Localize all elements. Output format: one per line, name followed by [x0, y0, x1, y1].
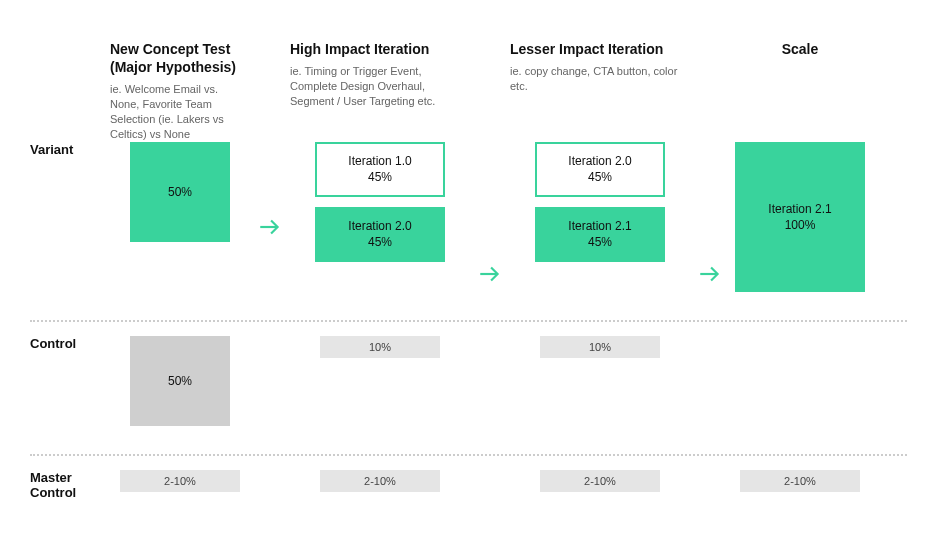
master-bar: 2-10% [540, 470, 660, 492]
row-label-control: Control [30, 336, 110, 351]
row-label-variant: Variant [30, 142, 110, 157]
variant-c1: 50% [110, 142, 250, 242]
pct-label: 10% [589, 341, 611, 353]
control-row: Control 50% 10% 10% [30, 336, 907, 446]
iteration-box-solid: Iteration 2.0 45% [315, 207, 445, 262]
control-box-50: 50% [130, 336, 230, 426]
row-label-master: Master Control [30, 470, 110, 501]
iteration-box-outline: Iteration 1.0 45% [315, 142, 445, 197]
master-bar: 2-10% [320, 470, 440, 492]
master-control-row: Master Control 2-10% 2-10% 2-10% 2-10% [30, 470, 907, 520]
control-c1: 50% [110, 336, 250, 426]
control-bar: 10% [320, 336, 440, 358]
header-row: New Concept Test (Major Hypothesis) ie. … [30, 40, 907, 142]
iteration-box-outline: Iteration 2.0 45% [535, 142, 665, 197]
control-c3: 10% [510, 336, 690, 358]
iteration-name: Iteration 2.1 [768, 202, 831, 216]
col-subtitle: ie. Welcome Email vs. None, Favorite Tea… [110, 82, 250, 141]
col-header-lesser-impact: Lesser Impact Iteration ie. copy change,… [510, 40, 690, 135]
col-header-new-concept: New Concept Test (Major Hypothesis) ie. … [110, 40, 250, 142]
diagram-root: New Concept Test (Major Hypothesis) ie. … [0, 0, 937, 540]
variant-row: Variant 50% Iteration 1.0 45% Iteration … [30, 142, 907, 312]
col-title: Lesser Impact Iteration [510, 40, 690, 58]
iteration-name: Iteration 2.0 [348, 219, 411, 233]
pct-label: 50% [168, 185, 192, 199]
col-header-scale: Scale [730, 40, 870, 135]
pct-label: 100% [785, 218, 816, 232]
arrow-icon [250, 142, 290, 312]
pct-label: 2-10% [584, 475, 616, 487]
pct-label: 2-10% [784, 475, 816, 487]
variant-box-50: 50% [130, 142, 230, 242]
pct-label: 10% [369, 341, 391, 353]
master-c4: 2-10% [730, 470, 870, 492]
master-bar: 2-10% [740, 470, 860, 492]
master-bar: 2-10% [120, 470, 240, 492]
variant-c3: Iteration 2.0 45% Iteration 2.1 45% [510, 142, 690, 262]
control-c2: 10% [290, 336, 470, 358]
iteration-name: Iteration 2.1 [568, 219, 631, 233]
iteration-name: Iteration 1.0 [348, 154, 411, 168]
pct-label: 50% [168, 374, 192, 388]
pct-label: 45% [588, 235, 612, 249]
master-c1: 2-10% [110, 470, 250, 492]
divider [30, 320, 907, 322]
master-c2: 2-10% [290, 470, 470, 492]
arrow-icon [470, 142, 510, 312]
divider [30, 454, 907, 456]
pct-label: 45% [368, 235, 392, 249]
control-bar: 10% [540, 336, 660, 358]
col-title: Scale [730, 40, 870, 58]
variant-c2: Iteration 1.0 45% Iteration 2.0 45% [290, 142, 470, 262]
master-c3: 2-10% [510, 470, 690, 492]
col-title: New Concept Test (Major Hypothesis) [110, 40, 250, 76]
variant-c4: Iteration 2.1 100% [730, 142, 870, 292]
scale-box: Iteration 2.1 100% [735, 142, 865, 292]
iteration-name: Iteration 2.0 [568, 154, 631, 168]
arrow-icon [690, 142, 730, 312]
col-header-high-impact: High Impact Iteration ie. Timing or Trig… [290, 40, 470, 135]
pct-label: 45% [588, 170, 612, 184]
pct-label: 2-10% [364, 475, 396, 487]
col-title: High Impact Iteration [290, 40, 470, 58]
pct-label: 2-10% [164, 475, 196, 487]
pct-label: 45% [368, 170, 392, 184]
col-subtitle: ie. Timing or Trigger Event, Complete De… [290, 64, 470, 109]
col-subtitle: ie. copy change, CTA button, color etc. [510, 64, 690, 94]
iteration-box-solid: Iteration 2.1 45% [535, 207, 665, 262]
